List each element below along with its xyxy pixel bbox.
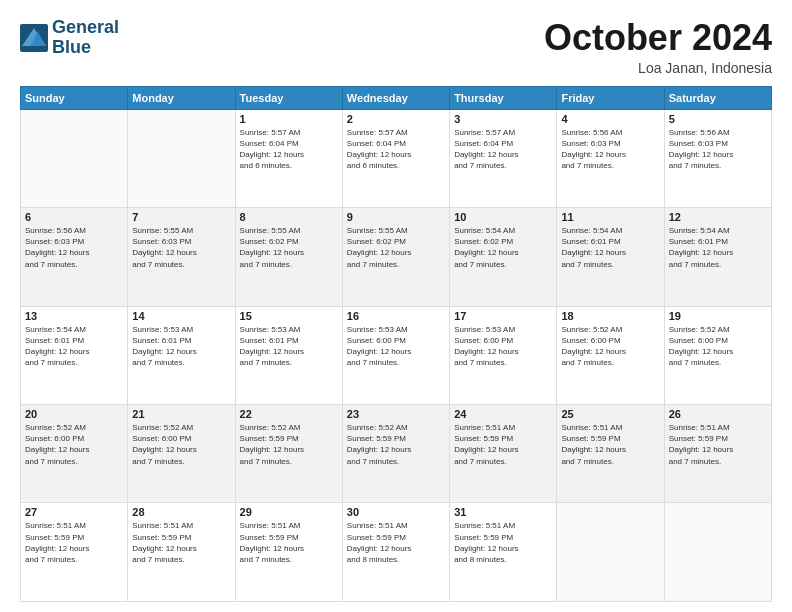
calendar-week-row: 1Sunrise: 5:57 AM Sunset: 6:04 PM Daylig…: [21, 109, 772, 207]
day-number: 9: [347, 211, 445, 223]
day-number: 13: [25, 310, 123, 322]
table-row: 26Sunrise: 5:51 AM Sunset: 5:59 PM Dayli…: [664, 405, 771, 503]
day-number: 3: [454, 113, 552, 125]
table-row: 8Sunrise: 5:55 AM Sunset: 6:02 PM Daylig…: [235, 208, 342, 306]
day-info: Sunrise: 5:54 AM Sunset: 6:01 PM Dayligh…: [25, 324, 123, 369]
day-number: 1: [240, 113, 338, 125]
col-thursday: Thursday: [450, 86, 557, 109]
col-tuesday: Tuesday: [235, 86, 342, 109]
day-number: 12: [669, 211, 767, 223]
table-row: 13Sunrise: 5:54 AM Sunset: 6:01 PM Dayli…: [21, 306, 128, 404]
day-number: 8: [240, 211, 338, 223]
table-row: 18Sunrise: 5:52 AM Sunset: 6:00 PM Dayli…: [557, 306, 664, 404]
table-row: 15Sunrise: 5:53 AM Sunset: 6:01 PM Dayli…: [235, 306, 342, 404]
table-row: 29Sunrise: 5:51 AM Sunset: 5:59 PM Dayli…: [235, 503, 342, 602]
col-monday: Monday: [128, 86, 235, 109]
table-row: 20Sunrise: 5:52 AM Sunset: 6:00 PM Dayli…: [21, 405, 128, 503]
day-info: Sunrise: 5:55 AM Sunset: 6:02 PM Dayligh…: [240, 225, 338, 270]
calendar-week-row: 6Sunrise: 5:56 AM Sunset: 6:03 PM Daylig…: [21, 208, 772, 306]
table-row: 27Sunrise: 5:51 AM Sunset: 5:59 PM Dayli…: [21, 503, 128, 602]
day-number: 26: [669, 408, 767, 420]
table-row: 3Sunrise: 5:57 AM Sunset: 6:04 PM Daylig…: [450, 109, 557, 207]
table-row: 10Sunrise: 5:54 AM Sunset: 6:02 PM Dayli…: [450, 208, 557, 306]
day-info: Sunrise: 5:55 AM Sunset: 6:02 PM Dayligh…: [347, 225, 445, 270]
logo-line2: Blue: [52, 38, 119, 58]
table-row: [21, 109, 128, 207]
day-number: 21: [132, 408, 230, 420]
day-info: Sunrise: 5:57 AM Sunset: 6:04 PM Dayligh…: [454, 127, 552, 172]
day-number: 25: [561, 408, 659, 420]
day-info: Sunrise: 5:57 AM Sunset: 6:04 PM Dayligh…: [347, 127, 445, 172]
calendar-header-row: Sunday Monday Tuesday Wednesday Thursday…: [21, 86, 772, 109]
day-info: Sunrise: 5:53 AM Sunset: 6:01 PM Dayligh…: [240, 324, 338, 369]
day-info: Sunrise: 5:54 AM Sunset: 6:01 PM Dayligh…: [561, 225, 659, 270]
table-row: 30Sunrise: 5:51 AM Sunset: 5:59 PM Dayli…: [342, 503, 449, 602]
day-info: Sunrise: 5:51 AM Sunset: 5:59 PM Dayligh…: [25, 520, 123, 565]
day-info: Sunrise: 5:53 AM Sunset: 6:01 PM Dayligh…: [132, 324, 230, 369]
day-number: 24: [454, 408, 552, 420]
table-row: 1Sunrise: 5:57 AM Sunset: 6:04 PM Daylig…: [235, 109, 342, 207]
page: General Blue October 2024 Loa Janan, Ind…: [0, 0, 792, 612]
day-number: 16: [347, 310, 445, 322]
day-number: 14: [132, 310, 230, 322]
day-info: Sunrise: 5:52 AM Sunset: 6:00 PM Dayligh…: [25, 422, 123, 467]
day-info: Sunrise: 5:52 AM Sunset: 5:59 PM Dayligh…: [347, 422, 445, 467]
logo-icon: [20, 24, 48, 52]
day-number: 30: [347, 506, 445, 518]
day-number: 20: [25, 408, 123, 420]
day-info: Sunrise: 5:51 AM Sunset: 5:59 PM Dayligh…: [454, 520, 552, 565]
day-info: Sunrise: 5:54 AM Sunset: 6:02 PM Dayligh…: [454, 225, 552, 270]
day-info: Sunrise: 5:51 AM Sunset: 5:59 PM Dayligh…: [561, 422, 659, 467]
day-number: 18: [561, 310, 659, 322]
table-row: 31Sunrise: 5:51 AM Sunset: 5:59 PM Dayli…: [450, 503, 557, 602]
table-row: 22Sunrise: 5:52 AM Sunset: 5:59 PM Dayli…: [235, 405, 342, 503]
day-number: 2: [347, 113, 445, 125]
table-row: 14Sunrise: 5:53 AM Sunset: 6:01 PM Dayli…: [128, 306, 235, 404]
day-number: 10: [454, 211, 552, 223]
table-row: 21Sunrise: 5:52 AM Sunset: 6:00 PM Dayli…: [128, 405, 235, 503]
day-number: 7: [132, 211, 230, 223]
calendar-location: Loa Janan, Indonesia: [544, 60, 772, 76]
calendar-week-row: 20Sunrise: 5:52 AM Sunset: 6:00 PM Dayli…: [21, 405, 772, 503]
logo-text: General Blue: [52, 18, 119, 58]
day-info: Sunrise: 5:52 AM Sunset: 6:00 PM Dayligh…: [669, 324, 767, 369]
logo-line1: General: [52, 18, 119, 38]
day-number: 6: [25, 211, 123, 223]
table-row: 4Sunrise: 5:56 AM Sunset: 6:03 PM Daylig…: [557, 109, 664, 207]
day-info: Sunrise: 5:56 AM Sunset: 6:03 PM Dayligh…: [669, 127, 767, 172]
day-info: Sunrise: 5:55 AM Sunset: 6:03 PM Dayligh…: [132, 225, 230, 270]
day-info: Sunrise: 5:51 AM Sunset: 5:59 PM Dayligh…: [669, 422, 767, 467]
day-info: Sunrise: 5:53 AM Sunset: 6:00 PM Dayligh…: [454, 324, 552, 369]
calendar-title: October 2024: [544, 18, 772, 58]
col-saturday: Saturday: [664, 86, 771, 109]
day-info: Sunrise: 5:51 AM Sunset: 5:59 PM Dayligh…: [240, 520, 338, 565]
day-info: Sunrise: 5:52 AM Sunset: 6:00 PM Dayligh…: [132, 422, 230, 467]
day-info: Sunrise: 5:52 AM Sunset: 5:59 PM Dayligh…: [240, 422, 338, 467]
day-info: Sunrise: 5:52 AM Sunset: 6:00 PM Dayligh…: [561, 324, 659, 369]
table-row: [557, 503, 664, 602]
table-row: 7Sunrise: 5:55 AM Sunset: 6:03 PM Daylig…: [128, 208, 235, 306]
day-info: Sunrise: 5:54 AM Sunset: 6:01 PM Dayligh…: [669, 225, 767, 270]
day-number: 5: [669, 113, 767, 125]
calendar-week-row: 13Sunrise: 5:54 AM Sunset: 6:01 PM Dayli…: [21, 306, 772, 404]
col-friday: Friday: [557, 86, 664, 109]
calendar-table: Sunday Monday Tuesday Wednesday Thursday…: [20, 86, 772, 602]
day-info: Sunrise: 5:51 AM Sunset: 5:59 PM Dayligh…: [454, 422, 552, 467]
table-row: 16Sunrise: 5:53 AM Sunset: 6:00 PM Dayli…: [342, 306, 449, 404]
day-info: Sunrise: 5:56 AM Sunset: 6:03 PM Dayligh…: [561, 127, 659, 172]
day-number: 22: [240, 408, 338, 420]
day-number: 28: [132, 506, 230, 518]
day-info: Sunrise: 5:51 AM Sunset: 5:59 PM Dayligh…: [132, 520, 230, 565]
day-number: 23: [347, 408, 445, 420]
table-row: 25Sunrise: 5:51 AM Sunset: 5:59 PM Dayli…: [557, 405, 664, 503]
day-number: 4: [561, 113, 659, 125]
col-sunday: Sunday: [21, 86, 128, 109]
table-row: 2Sunrise: 5:57 AM Sunset: 6:04 PM Daylig…: [342, 109, 449, 207]
table-row: 28Sunrise: 5:51 AM Sunset: 5:59 PM Dayli…: [128, 503, 235, 602]
table-row: [664, 503, 771, 602]
table-row: 11Sunrise: 5:54 AM Sunset: 6:01 PM Dayli…: [557, 208, 664, 306]
table-row: 23Sunrise: 5:52 AM Sunset: 5:59 PM Dayli…: [342, 405, 449, 503]
title-block: October 2024 Loa Janan, Indonesia: [544, 18, 772, 76]
calendar-week-row: 27Sunrise: 5:51 AM Sunset: 5:59 PM Dayli…: [21, 503, 772, 602]
day-info: Sunrise: 5:56 AM Sunset: 6:03 PM Dayligh…: [25, 225, 123, 270]
